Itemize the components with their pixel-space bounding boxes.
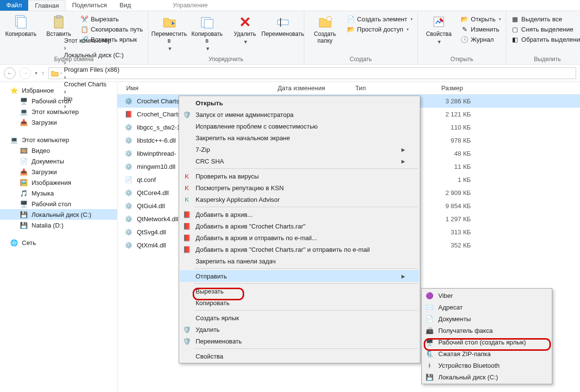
group-label-create: Создать [307,55,414,64]
col-name[interactable]: Имя [117,84,273,92]
history-button[interactable]: 🕓Журнал [459,35,503,44]
cut-button[interactable]: ✂️Вырезать [79,15,145,23]
new-folder-button[interactable]: Создать папку [307,13,343,44]
breadcrumb-item[interactable]: Этот компьютер [64,37,124,44]
context-menu-item[interactable]: Закрепить на начальном экране [180,132,419,144]
nav-forward-button[interactable]: → [19,67,31,79]
breadcrumb-item[interactable]: Program Files (x86) [64,66,124,73]
context-menu-item[interactable]: Копировать [180,297,419,309]
copyto-button[interactable]: Копировать в▾ [189,13,225,52]
context-menu-item[interactable]: Создать ярлык [180,312,419,324]
moveto-button[interactable]: Переместить в▾ [151,13,187,52]
file-size: 3 286 КБ [432,98,481,105]
sidebar-network[interactable]: 🌐Сеть [0,237,117,248]
sidebar-item[interactable]: 🖥️Рабочий стол [0,96,117,106]
context-menu-item[interactable]: 🛡️Удалить [180,324,419,335]
edit-button[interactable]: ✎Изменить [459,25,503,33]
svg-rect-2 [54,16,63,28]
sidebar-item[interactable]: 💾Локальный диск (C:) [0,209,117,220]
paste-button[interactable]: Вставить [41,13,77,37]
context-menu-item[interactable]: KKaspersky Application Advisor [180,194,419,205]
context-menu-item[interactable]: 📕Добавить в архив "Crochet Charts.rar" [180,220,419,232]
nav-up-button[interactable]: ↑ [41,69,45,77]
sidebar-item[interactable]: 📄Документы [0,156,117,166]
context-menu-item[interactable]: 📕Добавить в архив и отправить по e-mail.… [180,232,419,244]
sendto-menu-item[interactable]: 📠Получатель факса [423,325,551,336]
properties-button[interactable]: Свойства▾ [421,13,457,45]
new-item-button[interactable]: 📄Создать элемент▾ [345,15,414,23]
file-icon: ⚙️ [124,150,133,158]
menu-item-icon: 📕 [182,221,192,231]
sidebar-item[interactable]: 🎵Музыка [0,188,117,198]
svg-rect-6 [278,20,288,25]
sidebar-item[interactable]: 🎞️Видео [0,145,117,156]
column-headers: Имя Дата изменения Тип Размер [117,82,580,95]
context-menu-item[interactable]: KПосмотреть репутацию в KSN [180,182,419,194]
sidebar-item[interactable]: 💾Natalia (D:) [0,220,117,230]
svg-point-8 [327,16,331,21]
new-item-icon: 📄 [347,15,355,23]
context-menu-item[interactable]: CRC SHA▶ [180,155,419,167]
context-menu-item[interactable]: 📕Добавить в архив "Crochet Charts.rar" и… [180,244,419,255]
menu-item-icon: 📕 [182,210,192,219]
select-all-icon: ▦ [511,15,519,23]
tab-view[interactable]: Вид [113,0,137,11]
sendto-menu-item[interactable]: 📄Документы [423,313,551,325]
item-icon: 🖼️ [19,179,28,186]
context-menu-item[interactable]: 📕Добавить в архив... [180,209,419,220]
col-size[interactable]: Размер [428,84,477,92]
menu-separator [195,310,418,310]
context-menu-item[interactable]: Открыть [180,97,419,109]
nav-back-button[interactable]: ← [4,67,16,79]
context-menu-item[interactable]: Вырезать [180,285,419,297]
sendto-menu-item[interactable]: ᚼУстройство Bluetooth [423,359,551,371]
sidebar-this-pc[interactable]: 💻Этот компьютер [0,134,117,145]
sendto-menu-item[interactable]: ✉️Адресат [423,301,551,313]
svg-rect-5 [204,19,213,28]
open-button[interactable]: 📂Открыть▾ [459,15,503,23]
file-size: 2 909 КБ [432,189,481,196]
breadcrumb-item[interactable]: Локальный диск (C:) [64,51,124,59]
context-menu-item[interactable]: Свойства [180,350,419,362]
menu-item-icon: 🛡️ [182,325,192,334]
sendto-menu-item[interactable]: 🟣Viber [423,290,551,301]
context-menu-item[interactable]: 🛡️Переименовать [180,335,419,347]
col-date[interactable]: Дата изменения [273,84,350,92]
sidebar-item[interactable]: 📥Загрузки [0,166,117,177]
network-icon: 🌐 [10,239,18,246]
sidebar-item[interactable]: 🖼️Изображения [0,177,117,188]
tab-strip: Файл Главная Поделиться Вид Управление [0,0,580,11]
select-all-button[interactable]: ▦Выделить все [509,15,580,23]
context-menu-item[interactable]: Отправить▶ [180,270,419,282]
sidebar-item[interactable]: 🖥️Рабочий стол [0,198,117,209]
sendto-submenu: 🟣Viber✉️Адресат📄Документы📠Получатель фак… [421,288,552,384]
sidebar-favorites[interactable]: ⭐Избранное [0,85,117,96]
ribbon-group-create: Создать папку 📄Создать элемент▾ 📂Простой… [304,11,418,64]
select-none-button[interactable]: ▢Снять выделение [509,25,580,33]
rename-button[interactable]: Переименовать [265,13,301,37]
sidebar-item[interactable]: 💻Этот компьютер [0,106,117,117]
sendto-menu-item[interactable]: 💾Локальный диск (C:) [423,371,551,383]
chevron-right-icon: › [64,44,66,51]
sidebar-item[interactable]: 📥Загрузки [0,117,117,128]
menu-item-icon [182,98,192,108]
context-menu-item[interactable]: 🛡️Запуск от имени администратора [180,109,419,120]
tab-manage[interactable]: Управление [166,0,214,11]
nav-recent-button[interactable]: ▾ [35,70,37,76]
context-menu-item[interactable]: Исправление проблем с совместимостью [180,120,419,132]
tab-home[interactable]: Главная [28,0,66,11]
context-menu-item[interactable]: 7-Zip▶ [180,144,419,155]
sendto-menu-item[interactable]: 🖥️Рабочий стол (создать ярлык) [423,336,551,348]
context-menu-item[interactable]: KПроверить на вирусы [180,170,419,182]
select-invert-button[interactable]: ◧Обратить выделение [509,35,580,44]
col-type[interactable]: Тип [350,84,428,92]
easy-access-button[interactable]: 📂Простой доступ▾ [345,25,414,33]
tab-share[interactable]: Поделиться [66,0,113,11]
tab-file[interactable]: Файл [0,0,28,11]
delete-button[interactable]: Удалить▾ [227,13,263,45]
sendto-menu-item[interactable]: 🗜️Сжатая ZIP-папка [423,348,551,359]
context-menu-item[interactable]: Закрепить на панели задач [180,255,419,267]
copy-path-button[interactable]: 📋Скопировать путь [79,25,145,33]
copy-button[interactable]: Копировать [3,13,39,37]
breadcrumb-bar[interactable]: › Этот компьютер › Локальный диск (C:) ›… [49,67,577,79]
